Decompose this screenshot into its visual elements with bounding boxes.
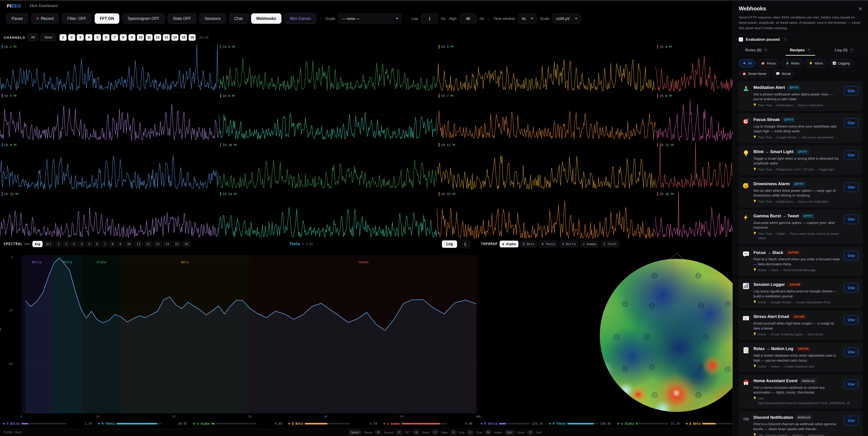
topomap-band-delta[interactable]: δ Delta [559,241,578,247]
channel-name: Ch 7 [441,94,449,98]
spectral-source-8[interactable]: 8 [110,241,116,247]
scale-select[interactable]: ±100 µV [552,13,581,24]
channel-toggle-8[interactable]: 8 [120,34,127,41]
recipe-description: Log every significant alpha event to Goo… [753,289,841,299]
topomap-band-gamma[interactable]: γ Gamma [580,241,599,247]
channel-toggle-16[interactable]: 16 [189,34,196,41]
channel-toggle-10[interactable]: 10 [137,34,144,41]
toolbar-button-spectrogram-off[interactable]: Spectrogram OFF [122,13,164,24]
use-recipe-button[interactable]: Use [844,283,859,293]
channel-toggle-9[interactable]: 9 [128,34,135,41]
spectral-source-12[interactable]: 12 [144,241,152,247]
channel-toggle-1[interactable]: 1 [60,34,67,41]
time-window-select[interactable]: 4s [518,13,536,24]
spectral-source-1[interactable]: 1 [55,241,62,247]
help-icon[interactable]: ? [764,48,768,53]
use-recipe-button[interactable]: Use [844,379,859,389]
toolbar-button-chat[interactable]: Chat [229,13,248,24]
spectral-psd-chart: DeltaThetaAlphaBetaGamma 0-20-40 0102030… [0,248,480,421]
toolbar-button-sessions[interactable]: Sessions [199,13,226,24]
filter-chip-logging[interactable]: Logging [829,59,854,67]
svg-text:Z: Z [748,182,749,184]
topomap-band-beta[interactable]: β Beta [520,241,537,247]
toolbar-button-stats-off[interactable]: Stats OFF [168,13,196,24]
toolbar-button-filter-off[interactable]: Filter: OFF [62,13,91,24]
channels-all-button[interactable]: All [27,33,38,41]
spectral-source-3[interactable]: 3 [71,241,77,247]
shortcut-label: Gram [422,431,430,434]
log-scale-button[interactable]: Log [442,240,457,248]
filter-chip-relax[interactable]: Relax [782,59,803,67]
spectral-source-all[interactable]: All [44,241,54,247]
evaluation-paused-checkbox[interactable] [739,37,743,42]
use-recipe-button[interactable]: Use [844,315,859,325]
help-icon[interactable]: ? [806,48,811,53]
band-meter-value: 15.24 [670,422,686,425]
toolbar-button-record[interactable]: Record [31,13,59,24]
bulb-mini-icon [753,268,756,271]
toolbar-button-fft-on[interactable]: FFT ON [95,13,119,24]
use-recipe-button[interactable]: Use [844,416,859,425]
filter-chip-focus[interactable]: Focus [757,59,779,67]
channel-toggle-14[interactable]: 14 [172,34,178,41]
high-cutoff-input[interactable] [460,13,476,24]
spectral-source-11[interactable]: 11 [134,241,143,247]
filter-chip-alerts[interactable]: Alerts [805,59,827,67]
channel-toggle-2[interactable]: 2 [68,34,75,41]
help-icon[interactable]: ? [849,48,854,53]
spectral-source-2[interactable]: 2 [63,241,69,247]
spectral-source-4[interactable]: 4 [79,241,85,247]
channel-toggle-12[interactable]: 12 [154,34,161,41]
toolbar-button-webhooks[interactable]: Webhooks [251,13,281,24]
filter-chip-social[interactable]: Social [772,70,794,78]
filter-chip-smart-home[interactable]: Smart Home [739,70,770,78]
use-recipe-button[interactable]: Use [844,118,859,128]
spectral-source-13[interactable]: 13 [154,241,162,247]
channel-toggle-15[interactable]: 15 [180,34,187,41]
spectral-source-avg[interactable]: Avg [32,241,42,247]
use-recipe-button[interactable]: Use [844,150,859,160]
psd-x-tick: 40 [324,415,328,418]
spectral-source-14[interactable]: 14 [163,241,172,247]
tab-recipes[interactable]: Recipes? [779,45,823,56]
channel-toggle-4[interactable]: 4 [85,34,92,41]
use-recipe-button[interactable]: Use [844,214,859,224]
spectral-source-7[interactable]: 7 [102,241,108,247]
channel-toggle-11[interactable]: 11 [146,34,153,41]
low-cutoff-input[interactable] [421,13,438,24]
toolbar-button-pause[interactable]: Pause [6,13,28,24]
spectral-source-15[interactable]: 15 [173,241,181,247]
recipe-card-relax-notion-log: Relax → Notion LogZAPIERAdd a Notion dat… [739,343,862,372]
tab-log-0[interactable]: Log (0)? [822,45,866,56]
channels-none-button[interactable]: None [40,33,56,41]
channel-toggle-6[interactable]: 6 [102,34,110,41]
filter-chip-all[interactable]: All [739,59,755,67]
use-recipe-button[interactable]: Use [844,251,859,261]
spectral-source-5[interactable]: 5 [86,241,93,247]
toolbar-button-mini-games[interactable]: Mini Games [285,13,316,24]
channels-label: CHANNELS [4,35,25,39]
spectral-source-16[interactable]: 16 [182,241,190,247]
recipe-icon-wrap [742,250,750,272]
channel-toggle-5[interactable]: 5 [94,34,101,41]
topomap-band-alpha[interactable]: α Alpha [500,241,519,247]
channel-color-tick [2,192,2,196]
channel-toggle-3[interactable]: 3 [77,34,84,41]
topomap-band-theta[interactable]: θ Theta [539,241,558,247]
guide-select[interactable]: — none — [338,13,402,24]
use-recipe-button[interactable]: Use [844,347,859,357]
bulb-mini-icon [753,232,756,235]
help-icon[interactable]: ? [782,37,787,42]
tab-rules-0[interactable]: Rules (0)? [735,45,779,56]
channel-toggle-13[interactable]: 13 [163,34,170,41]
spectral-source-10[interactable]: 10 [125,241,133,247]
spectral-pause-button[interactable]: ‖ [460,240,470,248]
channel-toggle-7[interactable]: 7 [111,34,118,41]
use-recipe-button[interactable]: Use [844,86,859,96]
topomap-band-total[interactable]: Σ Total [601,241,619,247]
channel-status-badge: OK [13,143,17,146]
spectral-source-9[interactable]: 9 [117,241,123,247]
spectral-source-6[interactable]: 6 [94,241,100,247]
close-icon[interactable]: × [859,6,862,11]
use-recipe-button[interactable]: Use [844,182,859,192]
